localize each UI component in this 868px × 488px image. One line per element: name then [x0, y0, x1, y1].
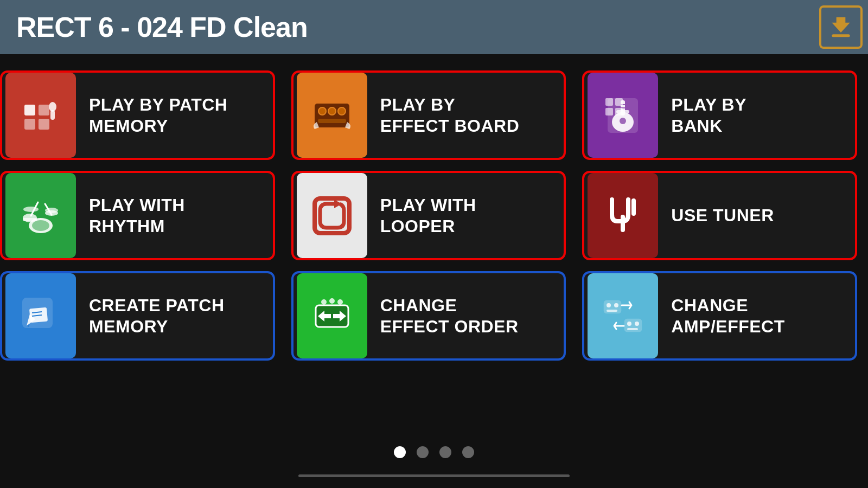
svg-rect-2	[832, 34, 850, 37]
effect-order-svg	[310, 294, 354, 338]
amp-effect-label: CHANGEAMP/EFFECT	[661, 295, 784, 337]
patch-memory-svg	[19, 94, 62, 137]
change-effect-order-card[interactable]: CHANGEEFFECT ORDER	[291, 271, 566, 361]
rhythm-icon	[5, 173, 76, 258]
play-effect-board-card[interactable]: PLAY byEFFECT BOARD	[291, 70, 566, 160]
effect-board-icon	[297, 73, 367, 158]
svg-point-53	[614, 303, 618, 307]
looper-label: PLAY withLOOPER	[371, 195, 476, 236]
download-icon	[827, 14, 854, 41]
patch-memory-label: PLAY by PATCHMEMORY	[79, 94, 227, 136]
bottom-indicator	[298, 474, 570, 477]
pagination-dot-3[interactable]	[439, 446, 451, 458]
svg-point-49	[329, 298, 335, 304]
svg-rect-5	[24, 119, 35, 130]
svg-rect-4	[39, 105, 49, 115]
header-title: RECT 6 - 024 FD Clean	[16, 11, 308, 43]
effect-board-svg	[310, 94, 354, 137]
svg-point-11	[328, 107, 336, 115]
svg-marker-1	[832, 17, 850, 33]
svg-rect-28	[23, 218, 37, 221]
svg-point-52	[607, 303, 611, 307]
bank-icon	[588, 73, 658, 158]
svg-point-31	[23, 207, 39, 212]
svg-marker-35	[334, 200, 342, 208]
svg-rect-24	[615, 108, 623, 115]
use-tuner-card[interactable]: USE TUNER	[582, 171, 857, 260]
tuner-svg	[601, 194, 644, 237]
effect-board-label: PLAY byEFFECT BOARD	[371, 94, 520, 136]
svg-rect-38	[631, 198, 636, 216]
change-amp-effect-card[interactable]: CHANGEAMP/EFFECT	[582, 271, 857, 361]
svg-rect-23	[605, 108, 613, 115]
main-grid: PLAY by PATCHMEMORY PLAY byEFFECT BOARD	[0, 54, 868, 371]
create-patch-label: CREATE PATCHMEMORY	[79, 295, 225, 337]
svg-point-57	[635, 322, 639, 326]
svg-rect-3	[24, 105, 35, 115]
app-header: RECT 6 - 024 FD Clean	[0, 0, 868, 54]
effect-order-icon	[297, 273, 367, 358]
svg-point-48	[321, 299, 327, 305]
create-patch-svg	[19, 294, 62, 338]
looper-svg	[310, 194, 354, 237]
svg-rect-22	[615, 98, 623, 106]
svg-rect-21	[605, 98, 613, 106]
tuner-label: USE TUNER	[661, 205, 774, 226]
svg-point-20	[620, 118, 626, 124]
pagination-dots	[394, 446, 474, 458]
svg-rect-58	[627, 328, 638, 330]
patch-memory-icon	[5, 73, 76, 158]
effect-order-label: CHANGEEFFECT ORDER	[371, 295, 519, 337]
svg-rect-6	[39, 119, 49, 130]
amp-effect-icon	[588, 273, 658, 358]
download-button[interactable]	[819, 5, 863, 49]
create-patch-icon	[5, 273, 76, 358]
rhythm-label: PLAY withRHYTHM	[79, 195, 185, 236]
svg-point-56	[627, 322, 631, 326]
amp-effect-svg	[601, 294, 644, 338]
play-bank-card[interactable]: PLAY byBANK	[582, 70, 857, 160]
looper-icon	[297, 173, 367, 258]
pagination-dot-4[interactable]	[462, 446, 474, 458]
bank-svg	[601, 94, 644, 137]
create-patch-memory-card[interactable]: CREATE PATCHMEMORY	[0, 271, 275, 361]
play-patch-memory-card[interactable]: PLAY by PATCHMEMORY	[0, 70, 275, 160]
svg-rect-54	[607, 310, 617, 312]
svg-point-10	[318, 107, 326, 115]
play-looper-card[interactable]: PLAY withLOOPER	[291, 171, 566, 260]
svg-rect-8	[50, 110, 55, 120]
svg-rect-13	[318, 119, 346, 123]
rhythm-svg	[19, 194, 62, 237]
pagination-dot-2[interactable]	[417, 446, 429, 458]
svg-point-26	[32, 220, 49, 231]
pagination-dot-1[interactable]	[394, 446, 406, 458]
svg-point-12	[338, 107, 346, 115]
play-rhythm-card[interactable]: PLAY withRHYTHM	[0, 171, 275, 260]
bank-label: PLAY byBANK	[661, 94, 746, 136]
svg-rect-37	[610, 198, 614, 216]
svg-point-50	[337, 299, 343, 305]
tuner-icon	[588, 173, 658, 258]
